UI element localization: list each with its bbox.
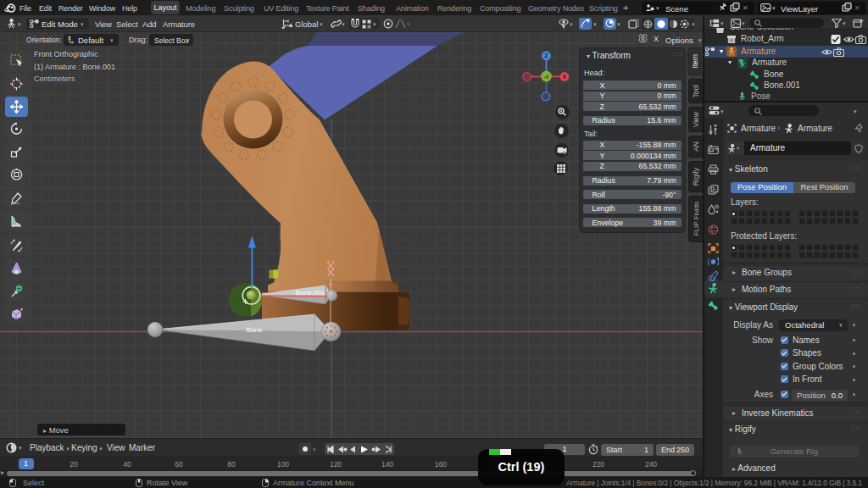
- svg-text:Z: Z: [545, 53, 548, 58]
- svg-text:X: X: [563, 74, 567, 80]
- svg-text:-Y: -Y: [543, 74, 549, 80]
- svg-text:Bone.001: Bone.001: [296, 288, 326, 296]
- svg-text:Bone: Bone: [247, 325, 263, 333]
